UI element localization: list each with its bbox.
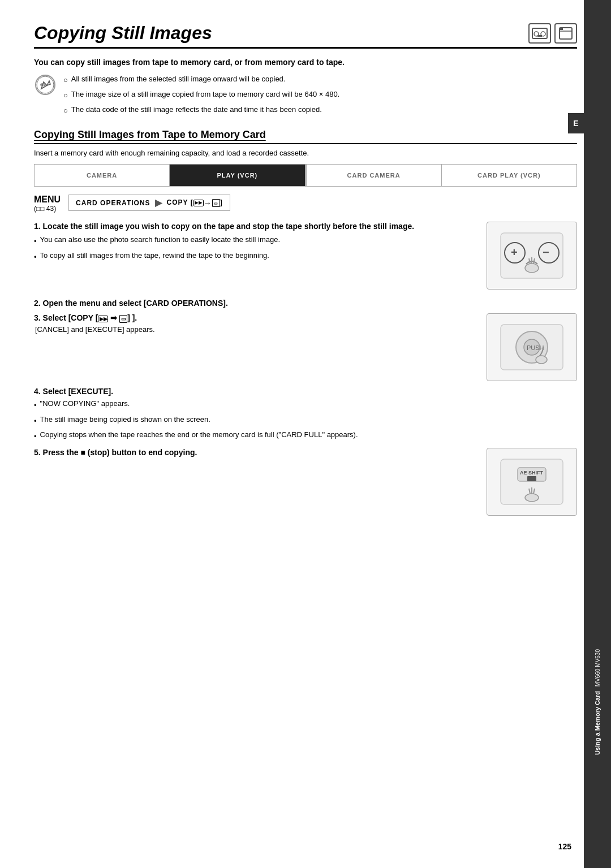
note-icon: ✏	[34, 74, 57, 96]
svg-point-27	[525, 494, 539, 502]
page-number: 125	[558, 842, 571, 851]
step-1-row: 1. Locate the still image you wish to co…	[34, 222, 577, 290]
mode-tab-card-play-vcr[interactable]: CARD PLAY (VCR)	[442, 165, 576, 186]
card-icon-box	[554, 23, 577, 44]
bullet-circle: ○	[63, 75, 68, 87]
bullet-circle: ○	[63, 105, 68, 117]
step-5: 5. Press the ■ (stop) button to end copy…	[34, 448, 577, 516]
step-1-illustration: + −	[495, 227, 569, 284]
title-icons	[528, 23, 577, 44]
copy-label: COPY [▶▶→▭]	[167, 198, 223, 208]
mode-tabs: CAMERA PLAY (VCR) CARD CAMERA CARD PLAY …	[34, 164, 577, 187]
step-3-illustration: PUSH	[495, 319, 569, 375]
step-3-row: 3. Select [COPY [▶▶ ➡ ▭] ]. [CANCEL] and…	[34, 313, 577, 381]
card-icon	[557, 26, 574, 41]
note-item-2: ○ The image size of a still image copied…	[63, 89, 339, 102]
step-3-heading: 3. Select [COPY [▶▶ ➡ ▭] ].	[34, 313, 477, 322]
step-3-detail: [CANCEL] and [EXECUTE] appears.	[35, 325, 477, 334]
step-2-heading: 2. Open the menu and select [CARD OPERAT…	[34, 299, 577, 308]
card-operations-label: CARD OPERATIONS	[76, 199, 150, 207]
page-title-row: Copying Still Images	[34, 23, 577, 49]
bullet-dot: •	[34, 252, 37, 263]
step-3-text: 3. Select [COPY [▶▶ ➡ ▭] ]. [CANCEL] and…	[34, 313, 477, 335]
svg-rect-26	[527, 476, 536, 481]
step-1-heading: 1. Locate the still image you wish to co…	[34, 222, 477, 231]
step-2: 2. Open the menu and select [CARD OPERAT…	[34, 299, 577, 308]
svg-text:✏: ✏	[40, 80, 47, 89]
step-1: 1. Locate the still image you wish to co…	[34, 222, 577, 290]
menu-block: MENU (□□ 43) CARD OPERATIONS ▶ COPY [▶▶→…	[34, 195, 577, 213]
menu-arrow-icon: ▶	[155, 197, 162, 208]
mode-tab-card-camera[interactable]: CARD CAMERA	[307, 165, 442, 186]
step-1-image: + −	[487, 222, 577, 290]
bullet-dot: •	[34, 400, 37, 411]
step-4-heading: 4. Select [EXECUTE].	[34, 387, 577, 396]
svg-rect-3	[537, 35, 542, 37]
step-1-text: 1. Locate the still image you wish to co…	[34, 222, 477, 265]
step-4-bullet-3: • Copying stops when the tape reaches th…	[34, 429, 577, 442]
tape-icon-box	[528, 23, 551, 44]
menu-ref: (□□ 43)	[34, 205, 61, 213]
intro-text: You can copy still images from tape to m…	[34, 58, 577, 67]
mode-tab-camera[interactable]: CAMERA	[35, 165, 170, 186]
svg-text:PUSH: PUSH	[527, 344, 544, 351]
arrow-symbol: →	[204, 198, 212, 208]
note-pencil-icon: ✏	[35, 74, 56, 96]
menu-label: MENU	[34, 195, 61, 205]
step-4-bullet-2: • The still image being copied is shown …	[34, 414, 577, 427]
page-title: Copying Still Images	[34, 23, 212, 44]
svg-text:−: −	[543, 246, 549, 258]
step-4-bullet-1: • "NOW COPYING" appears.	[34, 398, 577, 411]
svg-text:+: +	[511, 246, 518, 258]
bullet-dot: •	[34, 431, 37, 442]
bullet-dot: •	[34, 416, 37, 427]
step-3: 3. Select [COPY [▶▶ ➡ ▭] ]. [CANCEL] and…	[34, 313, 577, 381]
step-1-bullet-1: • You can also use the photo search func…	[34, 234, 477, 247]
menu-label-group: MENU (□□ 43)	[34, 195, 61, 213]
step-1-bullet-2: • To copy all still images from the tape…	[34, 250, 477, 263]
step-3-image: PUSH	[487, 313, 577, 381]
note-item-1: ○ All still images from the selected sti…	[63, 74, 339, 87]
step-5-image: AE SHIFT	[487, 448, 577, 516]
bullet-dot: •	[34, 236, 37, 247]
svg-text:AE SHIFT: AE SHIFT	[520, 470, 544, 476]
tape-symbol: ▶▶	[193, 200, 204, 206]
section-heading: Copying Still Images from Tape to Memory…	[34, 129, 577, 144]
step-5-row: 5. Press the ■ (stop) button to end copy…	[34, 448, 577, 516]
step-5-illustration: AE SHIFT	[495, 454, 569, 510]
svg-point-14	[525, 264, 539, 273]
note-block: ✏ ○ All still images from the selected s…	[34, 74, 577, 119]
note-items: ○ All still images from the selected sti…	[63, 74, 339, 119]
note-item-3: ○ The data code of the still image refle…	[63, 104, 339, 117]
page-container: Copying Still Images You can copy still	[0, 0, 611, 868]
section-intro: Insert a memory card with enough remaini…	[34, 149, 577, 157]
card-symbol: ▭	[212, 199, 220, 207]
mode-tab-play-vcr[interactable]: PLAY (VCR)	[170, 165, 305, 186]
step-5-heading: 5. Press the ■ (stop) button to end copy…	[34, 448, 477, 457]
svg-point-22	[536, 356, 547, 364]
tape-icon	[531, 26, 548, 41]
step-5-text: 5. Press the ■ (stop) button to end copy…	[34, 448, 477, 459]
step-4: 4. Select [EXECUTE]. • "NOW COPYING" app…	[34, 387, 577, 442]
menu-content-box: CARD OPERATIONS ▶ COPY [▶▶→▭]	[68, 195, 230, 211]
bullet-circle: ○	[63, 90, 68, 102]
